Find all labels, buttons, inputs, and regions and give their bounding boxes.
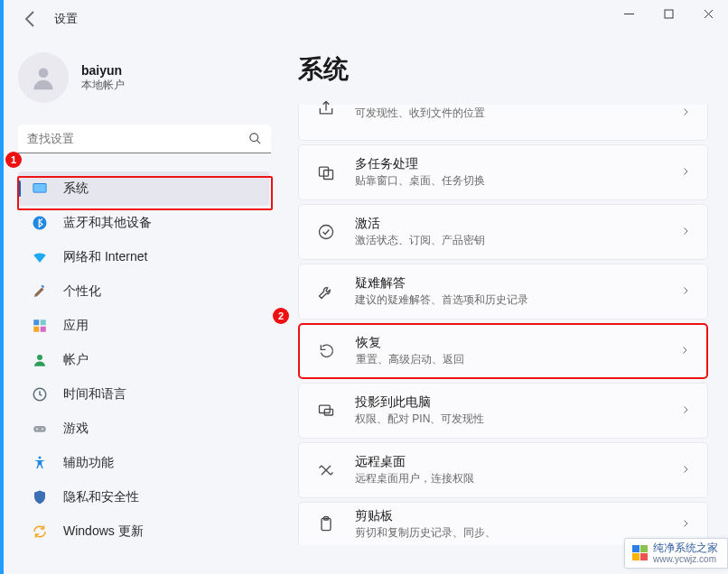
card-sub: 建议的疑难解答、首选项和历史记录 xyxy=(355,292,528,308)
nav-system[interactable]: 系统 xyxy=(18,171,269,206)
svg-point-15 xyxy=(39,457,42,459)
nav-label: Windows 更新 xyxy=(63,523,144,540)
minimize-button[interactable] xyxy=(609,0,649,27)
titlebar: 设置 xyxy=(0,0,728,38)
card-multitasking[interactable]: 多任务处理 贴靠窗口、桌面、任务切换 xyxy=(298,144,708,200)
svg-rect-8 xyxy=(33,327,39,332)
watermark-logo-icon xyxy=(632,545,648,560)
svg-point-5 xyxy=(33,217,47,230)
back-button[interactable] xyxy=(20,8,42,30)
svg-point-13 xyxy=(36,428,38,430)
nav-label: 蓝牙和其他设备 xyxy=(63,215,152,231)
watermark-title: 纯净系统之家 xyxy=(653,542,718,554)
svg-rect-7 xyxy=(41,319,46,325)
user-block[interactable]: baiyun 本地帐户 xyxy=(18,52,271,103)
gamepad-icon xyxy=(31,420,49,438)
chevron-right-icon xyxy=(680,403,691,419)
nav-label: 时间和语言 xyxy=(63,386,126,403)
nav-network[interactable]: 网络和 Internet xyxy=(18,240,269,274)
nav-bluetooth[interactable]: 蓝牙和其他设备 xyxy=(18,206,269,240)
maximize-button[interactable] xyxy=(649,0,688,27)
svg-rect-0 xyxy=(665,10,673,18)
wifi-icon xyxy=(31,248,49,266)
apps-icon xyxy=(31,317,49,335)
chevron-right-icon xyxy=(680,224,691,240)
card-title: 剪贴板 xyxy=(355,508,496,524)
nav-gaming[interactable]: 游戏 xyxy=(18,412,269,446)
search-icon xyxy=(248,132,262,149)
update-icon xyxy=(31,523,49,541)
nav-accessibility[interactable]: 辅助功能 xyxy=(18,446,269,480)
nav-label: 帐户 xyxy=(63,352,89,368)
main-panel: 系统 可发现性、收到文件的位置 多任务处理 贴靠窗口、桌面、任务切换 激活 激活… xyxy=(298,52,708,574)
svg-rect-20 xyxy=(324,409,332,415)
svg-rect-4 xyxy=(33,184,46,192)
user-name: baiyun xyxy=(81,63,125,78)
svg-point-18 xyxy=(320,226,333,239)
nav-update[interactable]: Windows 更新 xyxy=(18,514,269,549)
clipboard-icon xyxy=(315,514,337,535)
card-activation[interactable]: 激活 激活状态、订阅、产品密钥 xyxy=(298,204,708,260)
nav-label: 应用 xyxy=(63,318,89,334)
person-icon xyxy=(31,351,49,369)
card-sub: 远程桌面用户，连接权限 xyxy=(355,471,474,486)
paintbrush-icon xyxy=(31,282,49,301)
card-list: 可发现性、收到文件的位置 多任务处理 贴靠窗口、桌面、任务切换 激活 激活状态、… xyxy=(298,105,708,545)
annotation-badge-2: 2 xyxy=(273,308,289,324)
card-title: 激活 xyxy=(355,216,485,232)
user-type: 本地帐户 xyxy=(81,78,125,93)
check-circle-icon xyxy=(315,221,337,243)
card-title: 远程桌面 xyxy=(355,454,474,470)
nav-label: 游戏 xyxy=(63,421,89,437)
svg-rect-9 xyxy=(41,327,46,332)
watermark: 纯净系统之家 www.ycwjz.com xyxy=(624,538,728,569)
svg-rect-12 xyxy=(33,426,46,432)
clock-icon xyxy=(31,385,49,403)
chevron-right-icon xyxy=(680,283,691,300)
card-nearby-share[interactable]: 可发现性、收到文件的位置 xyxy=(298,105,708,141)
chevron-right-icon xyxy=(680,105,691,121)
window-controls xyxy=(609,0,728,27)
nav-privacy[interactable]: 隐私和安全性 xyxy=(18,480,269,514)
chevron-right-icon xyxy=(679,343,690,359)
wrench-icon xyxy=(315,281,337,302)
nav-accounts[interactable]: 帐户 xyxy=(18,343,269,377)
card-sub: 权限、配对 PIN、可发现性 xyxy=(355,412,484,427)
card-sub: 可发现性、收到文件的位置 xyxy=(355,106,485,121)
card-recovery[interactable]: 恢复 重置、高级启动、返回 xyxy=(298,323,708,379)
watermark-url: www.ycwjz.com xyxy=(653,554,718,564)
card-sub: 重置、高级启动、返回 xyxy=(356,352,464,367)
chevron-right-icon xyxy=(680,164,691,181)
card-remote-desktop[interactable]: 远程桌面 远程桌面用户，连接权限 xyxy=(298,442,708,498)
window-title: 设置 xyxy=(54,11,78,27)
nav-apps[interactable]: 应用 xyxy=(18,309,269,343)
nav-list: 系统 蓝牙和其他设备 网络和 Internet 个性化 应用 帐户 时间和语言 … xyxy=(18,171,271,574)
nav-label: 网络和 Internet xyxy=(63,249,147,265)
svg-point-1 xyxy=(39,68,49,78)
annotation-badge-1: 1 xyxy=(5,152,22,168)
card-troubleshoot[interactable]: 疑难解答 建议的疑难解答、首选项和历史记录 xyxy=(298,264,708,319)
display-icon xyxy=(31,180,49,198)
card-sub: 剪切和复制历史记录、同步、 xyxy=(355,525,496,541)
nav-personalize[interactable]: 个性化 xyxy=(18,274,269,309)
chevron-right-icon xyxy=(680,462,691,478)
close-button[interactable] xyxy=(688,0,728,27)
window-left-accent xyxy=(0,0,4,574)
svg-point-10 xyxy=(37,355,42,360)
remote-icon xyxy=(315,459,337,481)
nav-label: 个性化 xyxy=(63,283,101,300)
nav-time[interactable]: 时间和语言 xyxy=(18,377,269,412)
card-title: 投影到此电脑 xyxy=(355,394,484,411)
recovery-icon xyxy=(316,340,338,362)
card-title: 多任务处理 xyxy=(355,156,485,172)
svg-point-14 xyxy=(42,428,43,430)
search-input[interactable] xyxy=(18,125,271,153)
card-project[interactable]: 投影到此电脑 权限、配对 PIN、可发现性 xyxy=(298,383,708,439)
card-sub: 贴靠窗口、桌面、任务切换 xyxy=(355,173,485,189)
accessibility-icon xyxy=(31,454,49,472)
card-sub: 激活状态、订阅、产品密钥 xyxy=(355,233,485,248)
card-title: 疑难解答 xyxy=(355,275,528,292)
chevron-right-icon xyxy=(680,516,691,532)
page-title: 系统 xyxy=(298,52,708,87)
project-icon xyxy=(315,400,337,421)
